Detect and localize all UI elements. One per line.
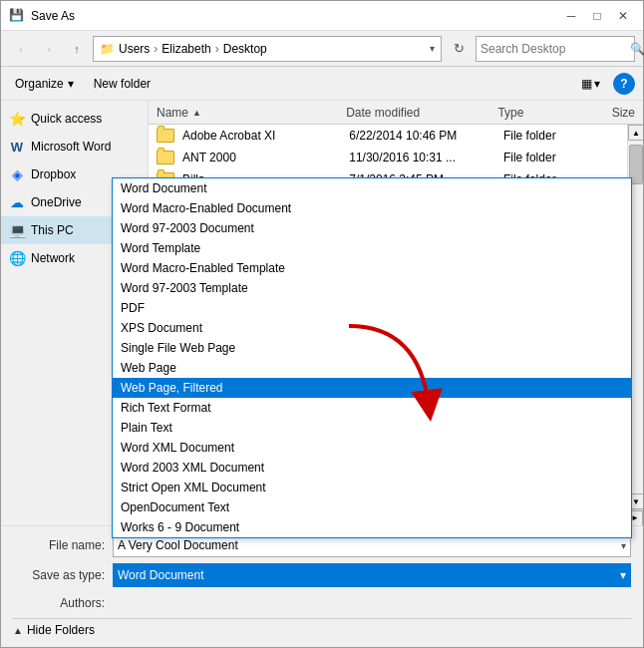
- savetype-value: Word Document: [118, 568, 203, 582]
- dropdown-item[interactable]: Word Macro-Enabled Template: [113, 258, 631, 278]
- hide-folders-arrow: ▲: [13, 625, 23, 636]
- dropdown-item[interactable]: Word 2003 XML Document: [113, 458, 631, 478]
- savetype-dropdown-list[interactable]: Word DocumentWord Macro-Enabled Document…: [112, 177, 632, 538]
- refresh-button[interactable]: ↻: [446, 36, 472, 62]
- file-row[interactable]: ANT 2000 11/30/2016 10:31 ... File folde…: [149, 147, 627, 168]
- col-header-size[interactable]: Size: [608, 106, 639, 120]
- col-header-name[interactable]: Name ▲: [153, 106, 342, 120]
- dropdown-item[interactable]: Web Page: [113, 358, 631, 378]
- sidebar-item-microsoft-word[interactable]: W Microsoft Word: [1, 133, 148, 161]
- toolbar: Organize ▾ New folder ▦ ▾ ?: [1, 67, 643, 101]
- filename-dropdown-arrow[interactable]: ▾: [621, 540, 626, 551]
- hide-folders-row[interactable]: ▲ Hide Folders: [13, 618, 631, 641]
- help-button[interactable]: ?: [613, 73, 635, 95]
- view-button[interactable]: ▦ ▾: [576, 72, 605, 96]
- back-button[interactable]: ‹: [9, 37, 33, 61]
- organize-arrow: ▾: [68, 77, 74, 91]
- dialog-title: Save As: [31, 9, 75, 23]
- filename-value: A Very Cool Document: [118, 538, 238, 552]
- bottom-section: File name: A Very Cool Document ▾ Save a…: [1, 525, 643, 647]
- organize-label: Organize: [15, 77, 64, 91]
- dropdown-item[interactable]: Rich Text Format: [113, 398, 631, 418]
- breadcrumb-users: Users: [119, 42, 150, 56]
- savetype-dropdown-button[interactable]: Word Document ▾: [113, 563, 631, 587]
- search-box[interactable]: 🔍: [476, 36, 635, 62]
- filename-label: File name:: [13, 538, 113, 552]
- sidebar-label-quick-access: Quick access: [31, 112, 102, 126]
- address-bar: ‹ › ↑ 📁 Users › Elizabeth › Desktop ▾ ↻ …: [1, 31, 643, 67]
- new-folder-button[interactable]: New folder: [88, 72, 157, 96]
- file-list-header: Name ▲ Date modified Type Size: [149, 101, 643, 125]
- breadcrumb-desktop: Desktop: [223, 42, 267, 56]
- savetype-label: Save as type:: [13, 568, 113, 582]
- scroll-up-button[interactable]: ▲: [628, 125, 643, 141]
- this-pc-icon: 💻: [9, 222, 25, 238]
- quick-access-icon: ⭐: [9, 111, 25, 127]
- window-controls: ─ □ ✕: [559, 6, 635, 26]
- dropdown-item[interactable]: Web Page, Filtered: [113, 378, 631, 398]
- search-input[interactable]: [481, 42, 630, 56]
- dropdown-item[interactable]: Word XML Document: [113, 438, 631, 458]
- search-icon[interactable]: 🔍: [630, 42, 644, 56]
- savetype-row: Save as type: Word Document ▾: [13, 562, 631, 588]
- breadcrumb-sep-2: ›: [215, 42, 219, 56]
- authors-label: Authors:: [13, 596, 113, 610]
- close-button[interactable]: ✕: [611, 6, 635, 26]
- dropdown-item[interactable]: Plain Text: [113, 418, 631, 438]
- address-dropdown-arrow[interactable]: ▾: [430, 43, 435, 54]
- word-icon: W: [9, 139, 25, 155]
- dropdown-item[interactable]: OpenDocument Text: [113, 497, 631, 517]
- maximize-button[interactable]: □: [585, 6, 609, 26]
- dropbox-icon: ◈: [9, 166, 25, 182]
- savetype-arrow: ▾: [620, 568, 626, 582]
- sidebar-label-onedrive: OneDrive: [31, 195, 82, 209]
- col-header-date[interactable]: Date modified: [342, 106, 493, 120]
- sort-arrow: ▲: [192, 108, 201, 118]
- dropdown-item[interactable]: Word Macro-Enabled Document: [113, 198, 631, 218]
- view-arrow: ▾: [594, 77, 600, 91]
- save-icon: 💾: [9, 8, 25, 24]
- folder-icon: 📁: [100, 42, 115, 56]
- dropdown-item[interactable]: Word 97-2003 Template: [113, 278, 631, 298]
- dropdown-item[interactable]: Word Template: [113, 238, 631, 258]
- dropdown-item[interactable]: Word 97-2003 Document: [113, 218, 631, 238]
- authors-row: Authors:: [13, 592, 631, 614]
- sidebar-label-this-pc: This PC: [31, 223, 74, 237]
- sidebar-label-dropbox: Dropbox: [31, 167, 76, 181]
- file-row[interactable]: Adobe Acrobat XI 6/22/2014 10:46 PM File…: [149, 125, 627, 147]
- up-button[interactable]: ↑: [65, 37, 89, 61]
- network-icon: 🌐: [9, 250, 25, 266]
- sidebar-label-word: Microsoft Word: [31, 140, 111, 154]
- dropdown-item[interactable]: Strict Open XML Document: [113, 478, 631, 497]
- dropdown-item[interactable]: PDF: [113, 298, 631, 318]
- title-bar: 💾 Save As ─ □ ✕: [1, 1, 643, 31]
- breadcrumb-elizabeth: Elizabeth: [161, 42, 210, 56]
- dropdown-item[interactable]: XPS Document: [113, 318, 631, 338]
- forward-button[interactable]: ›: [37, 37, 61, 61]
- address-box[interactable]: 📁 Users › Elizabeth › Desktop ▾: [93, 36, 442, 62]
- view-icon: ▦: [581, 77, 592, 91]
- minimize-button[interactable]: ─: [559, 6, 583, 26]
- breadcrumb-sep-1: ›: [154, 42, 158, 56]
- organize-button[interactable]: Organize ▾: [9, 72, 80, 96]
- col-header-type[interactable]: Type: [493, 106, 607, 120]
- onedrive-icon: ☁: [9, 194, 25, 210]
- dropdown-item[interactable]: Word Document: [113, 178, 631, 198]
- dropdown-item[interactable]: Single File Web Page: [113, 338, 631, 358]
- dropdown-item[interactable]: Works 6 - 9 Document: [113, 517, 631, 537]
- sidebar-label-network: Network: [31, 251, 75, 265]
- breadcrumb: Users › Elizabeth › Desktop: [119, 42, 267, 56]
- sidebar-item-quick-access[interactable]: ⭐ Quick access: [1, 105, 148, 133]
- hide-folders-label[interactable]: Hide Folders: [27, 623, 95, 637]
